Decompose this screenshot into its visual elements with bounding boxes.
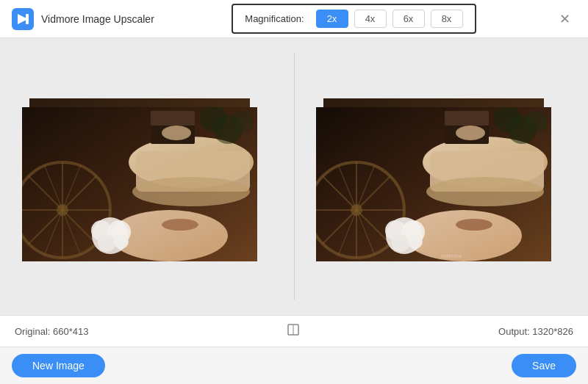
svg-point-36 <box>162 126 191 140</box>
title-bar: Vidmore Image Upscaler Magnification: 2x… <box>0 0 588 38</box>
output-dimensions: Output: 1320*826 <box>498 326 573 337</box>
original-image-main <box>22 107 257 261</box>
output-image-display: vidmore <box>316 93 566 261</box>
mag-btn-2x[interactable]: 2x <box>316 10 348 28</box>
svg-point-63 <box>426 177 544 206</box>
svg-point-26 <box>132 177 250 206</box>
svg-point-32 <box>98 234 115 252</box>
svg-point-33 <box>114 234 129 249</box>
main-content: vidmore <box>0 38 588 315</box>
svg-point-69 <box>392 234 409 252</box>
new-image-button[interactable]: New Image <box>12 354 105 377</box>
svg-point-70 <box>408 234 423 249</box>
svg-point-73 <box>456 126 485 140</box>
svg-text:vidmore: vidmore <box>441 253 462 259</box>
mag-btn-6x[interactable]: 6x <box>392 10 425 28</box>
compare-icon <box>287 324 299 338</box>
svg-rect-72 <box>445 111 489 126</box>
magnification-controls: Magnification: 2x 4x 6x 8x <box>232 4 476 34</box>
svg-rect-35 <box>151 111 195 126</box>
original-image-display <box>22 93 272 261</box>
status-bar: Original: 660*413 Output: 1320*826 <box>0 315 588 347</box>
title-left: Vidmore Image Upscaler <box>12 8 154 30</box>
magnification-label: Magnification: <box>245 13 304 24</box>
app-icon <box>12 8 34 30</box>
app-title: Vidmore Image Upscaler <box>41 13 154 25</box>
save-button[interactable]: Save <box>512 354 576 377</box>
svg-point-28 <box>162 219 198 231</box>
mag-btn-8x[interactable]: 8x <box>431 10 463 28</box>
output-panel: vidmore <box>295 38 589 315</box>
original-dimensions: Original: 660*413 <box>15 326 88 337</box>
bottom-bar: New Image Save <box>0 347 588 384</box>
svg-point-38 <box>232 111 254 133</box>
output-image-main: vidmore <box>316 107 551 261</box>
mag-btn-4x[interactable]: 4x <box>354 10 387 28</box>
close-button[interactable]: ✕ <box>553 8 576 30</box>
svg-point-75 <box>526 111 548 133</box>
svg-point-65 <box>456 219 492 231</box>
svg-rect-2 <box>26 14 29 24</box>
original-panel <box>0 38 294 315</box>
